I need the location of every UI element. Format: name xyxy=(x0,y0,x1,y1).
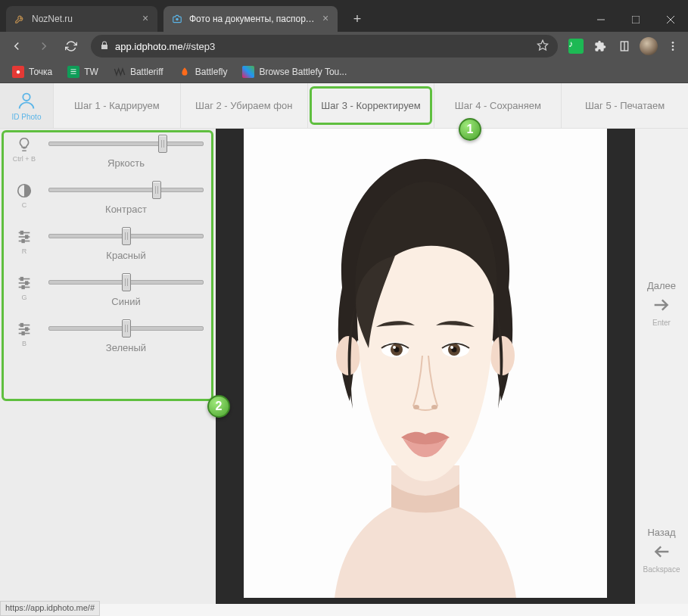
svg-rect-21 xyxy=(26,235,28,238)
lock-icon xyxy=(100,41,109,52)
svg-rect-34 xyxy=(22,332,24,335)
close-tab-icon[interactable]: × xyxy=(319,13,332,25)
bookmark-label: Battleriff xyxy=(130,67,163,77)
step-label: Шаг 4 - Сохраняем xyxy=(455,100,541,111)
bookmarks-bar: ●Точка TW Battleriff Battlefly Browse Ba… xyxy=(0,61,688,83)
bookmark-star-icon[interactable] xyxy=(537,39,549,54)
step-5[interactable]: Шаг 5 - Печатаем xyxy=(561,83,688,128)
step-label: Шаг 5 - Печатаем xyxy=(585,100,665,111)
close-tab-icon[interactable]: × xyxy=(139,13,151,25)
bookmark-favicon xyxy=(179,66,191,78)
browser-tab-1[interactable]: NozNet.ru × xyxy=(6,6,157,32)
contrast-slider[interactable] xyxy=(48,182,204,198)
svg-rect-13 xyxy=(71,71,76,72)
svg-rect-22 xyxy=(22,240,24,243)
bookmark-favicon: ● xyxy=(12,66,24,78)
shortcut-label: Enter xyxy=(652,319,671,327)
svg-rect-12 xyxy=(71,69,76,70)
bookmark-label: Battlefly xyxy=(195,67,228,77)
menu-icon[interactable] xyxy=(662,36,683,57)
step-label: Шаг 1 - Кадрируем xyxy=(74,100,160,111)
shortcut-label: G xyxy=(21,294,26,301)
app-logo[interactable]: ID Photo xyxy=(0,83,53,128)
svg-rect-26 xyxy=(20,278,23,281)
tab-title: Фото на документы, паспорта, в xyxy=(189,14,315,24)
svg-point-8 xyxy=(672,42,674,44)
url-text: app.idphoto.me/#step3 xyxy=(115,41,537,52)
id-photo xyxy=(244,129,607,598)
browser-tabs: NozNet.ru × Фото на документы, паспорта,… xyxy=(0,0,584,32)
slider-label: Красный xyxy=(48,250,204,261)
extension-music-icon[interactable]: ♪ xyxy=(565,36,587,57)
red-control: R Красный xyxy=(6,229,210,261)
bookmark-item[interactable]: TW xyxy=(61,63,104,81)
status-bar: https://app.idphoto.me/# xyxy=(0,601,100,616)
contrast-control: С Контраст xyxy=(6,182,210,215)
svg-point-44 xyxy=(450,346,453,349)
svg-rect-20 xyxy=(20,232,23,235)
shortcut-label: B xyxy=(22,340,26,347)
browser-tab-2[interactable]: Фото на документы, паспорта, в × xyxy=(163,6,338,32)
workspace: Ctrl + B Яркость С К xyxy=(0,129,688,604)
step-1[interactable]: Шаг 1 - Кадрируем xyxy=(53,83,180,128)
photo-canvas-area xyxy=(216,129,635,604)
svg-point-10 xyxy=(672,48,674,51)
forward-button[interactable] xyxy=(32,34,56,58)
minimize-button[interactable] xyxy=(584,8,618,32)
svg-point-15 xyxy=(23,94,30,101)
svg-rect-14 xyxy=(71,73,76,73)
brightness-slider[interactable] xyxy=(48,136,204,151)
wrench-icon xyxy=(14,13,26,25)
maximize-button[interactable] xyxy=(618,8,653,32)
blue-slider[interactable] xyxy=(48,275,204,290)
green-slider[interactable] xyxy=(48,321,204,336)
sliders-icon xyxy=(16,229,33,245)
blue-control: G Синий xyxy=(6,275,210,307)
svg-point-46 xyxy=(431,405,437,409)
bookmark-favicon xyxy=(242,66,254,78)
new-tab-button[interactable]: + xyxy=(347,8,368,30)
extensions-icon[interactable] xyxy=(590,36,611,57)
red-slider[interactable] xyxy=(48,229,204,244)
bookmark-label: Точка xyxy=(29,67,52,77)
step-label: Шаг 2 - Убираем фон xyxy=(195,100,292,111)
status-url: https://app.idphoto.me/# xyxy=(5,603,95,612)
svg-marker-5 xyxy=(537,40,547,50)
adjustments-panel: Ctrl + B Яркость С К xyxy=(0,129,216,604)
right-nav: Далее Enter Назад Backspace xyxy=(635,129,688,604)
bookmark-favicon xyxy=(67,66,79,78)
bookmark-item[interactable]: Battleriff xyxy=(107,63,170,81)
person-icon xyxy=(16,90,37,111)
address-bar[interactable]: app.idphoto.me/#step3 xyxy=(91,35,558,58)
reading-list-icon[interactable] xyxy=(614,36,635,57)
close-window-button[interactable] xyxy=(653,8,688,32)
svg-rect-28 xyxy=(22,286,24,289)
bookmark-item[interactable]: Browse Battlefy Tou... xyxy=(236,63,353,81)
shortcut-label: R xyxy=(22,247,27,255)
step-2[interactable]: Шаг 2 - Убираем фон xyxy=(180,83,307,128)
svg-rect-33 xyxy=(26,328,28,331)
reload-button[interactable] xyxy=(59,34,83,58)
svg-point-9 xyxy=(672,45,674,48)
shortcut-label: Ctrl + B xyxy=(13,155,36,163)
svg-rect-27 xyxy=(26,282,28,285)
green-control: B Зеленый xyxy=(6,321,210,353)
bookmark-item[interactable]: ●Точка xyxy=(6,63,58,81)
back-button-app[interactable]: Назад Backspace xyxy=(635,527,688,574)
back-button[interactable] xyxy=(5,34,29,58)
slider-label: Контраст xyxy=(48,204,204,215)
contrast-icon xyxy=(16,182,33,199)
arrow-right-icon xyxy=(651,294,672,316)
step-3[interactable]: Шаг 3 - Корректируем xyxy=(307,83,434,128)
nav-label: Назад xyxy=(647,527,675,538)
steps-nav: ID Photo Шаг 1 - Кадрируем Шаг 2 - Убира… xyxy=(0,83,688,129)
bookmark-item[interactable]: Battlefly xyxy=(173,63,234,81)
bulb-icon xyxy=(16,136,33,153)
next-button[interactable]: Далее Enter xyxy=(635,280,688,327)
profile-avatar[interactable] xyxy=(638,36,659,57)
highlight-box-2 xyxy=(2,130,213,401)
svg-point-40 xyxy=(393,346,396,349)
step-4[interactable]: Шаг 4 - Сохраняем xyxy=(434,83,561,128)
svg-point-0 xyxy=(176,18,179,20)
browser-toolbar: app.idphoto.me/#step3 ♪ xyxy=(0,32,688,61)
